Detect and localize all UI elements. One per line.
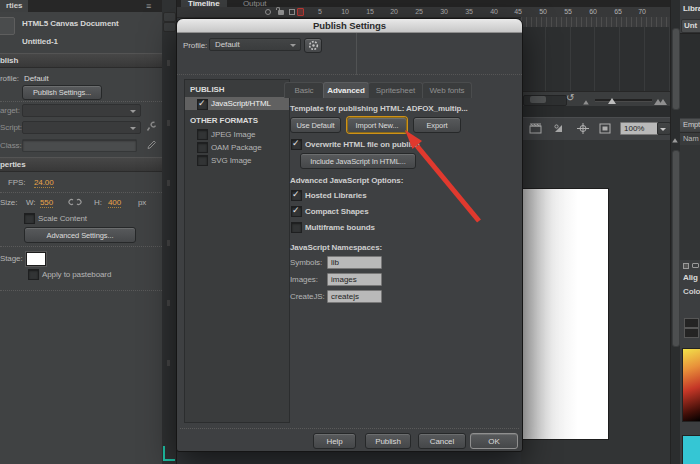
timeline-zoom-slider[interactable]	[595, 99, 652, 102]
dialog-publish-button[interactable]: Publish	[365, 433, 411, 449]
export-button[interactable]: Export	[413, 117, 461, 133]
frame-number: 10	[337, 8, 353, 15]
target-dropdown[interactable]	[22, 104, 141, 117]
panel-menu-icon[interactable]: ≡	[146, 1, 151, 11]
jpeg-image-checkbox[interactable]	[197, 129, 208, 140]
outline-layers-icon[interactable]	[289, 9, 295, 15]
library-document-dropdown[interactable]: Unt	[681, 19, 700, 33]
frame-number: 15	[362, 8, 378, 15]
hosted-libraries-checkbox[interactable]	[291, 190, 302, 201]
center-stage-icon[interactable]	[577, 123, 589, 134]
cancel-button[interactable]: Cancel	[418, 433, 466, 449]
tab-basic[interactable]: Basic	[284, 82, 324, 98]
clip-content-icon[interactable]	[599, 123, 611, 134]
javascript-html-checkbox[interactable]	[197, 99, 208, 110]
stage-zoom-input[interactable]	[620, 122, 658, 135]
tool-icon[interactable]	[167, 120, 170, 126]
import-new-button[interactable]: Import New...	[347, 117, 407, 133]
format-row-selected[interactable]: JavaScript/HTML	[185, 97, 289, 110]
tab-library[interactable]: Libra	[683, 4, 700, 13]
tool-icon[interactable]	[167, 60, 170, 66]
advanced-settings-button[interactable]: Advanced Settings...	[24, 227, 136, 243]
frame-view-icon[interactable]	[583, 98, 589, 105]
new-symbol-icon[interactable]	[683, 263, 689, 269]
timeline-hscrollbar-thumb[interactable]	[530, 96, 546, 103]
teal-corner-tool-icon[interactable]	[163, 446, 175, 461]
scroll-up-icon[interactable]	[672, 136, 678, 143]
tab-webfonts[interactable]: Web fonts	[422, 82, 472, 98]
help-button[interactable]: Help	[313, 433, 356, 449]
stage-canvas[interactable]	[521, 188, 609, 440]
rotate-tool-icon[interactable]	[553, 123, 565, 134]
library-name-column-header[interactable]: Nam	[680, 132, 700, 146]
tool-icon[interactable]	[167, 240, 170, 246]
reset-playhead-icon[interactable]: ↺	[566, 92, 574, 103]
overwrite-html-checkbox[interactable]	[291, 139, 302, 150]
lock-layers-icon[interactable]	[278, 10, 284, 15]
publish-settings-button-label: Publish Settings...	[33, 88, 91, 97]
color-spectrum-swatch[interactable]	[682, 348, 700, 422]
dialog-titlebar[interactable]: Publish Settings	[177, 19, 522, 33]
properties-section-header[interactable]: perties	[0, 157, 162, 172]
tab-advanced[interactable]: Advanced	[323, 82, 369, 98]
class-input[interactable]	[22, 139, 137, 152]
tool-icon[interactable]	[167, 360, 170, 366]
import-new-button-label: Import New...	[356, 121, 399, 130]
height-value[interactable]: 400	[108, 198, 121, 208]
compact-shapes-checkbox[interactable]	[291, 206, 302, 217]
fill-color-chip[interactable]	[684, 318, 699, 328]
tab-properties[interactable]: rties	[0, 0, 28, 12]
scrollbar-thumb[interactable]	[672, 150, 680, 347]
scale-content-checkbox[interactable]	[24, 213, 35, 224]
multiframe-bounds-checkbox[interactable]	[291, 222, 302, 233]
playhead-marker[interactable]	[297, 8, 304, 16]
format-row[interactable]: SVG Image	[185, 154, 289, 167]
new-folder-icon[interactable]	[692, 263, 699, 268]
wrench-icon[interactable]	[146, 121, 157, 132]
tool-icon[interactable]	[167, 300, 170, 306]
timeline-zoom-slider-thumb[interactable]	[608, 94, 616, 104]
library-list[interactable]	[680, 145, 700, 260]
publish-settings-button[interactable]: Publish Settings...	[22, 85, 102, 100]
createjs-input[interactable]	[327, 290, 382, 303]
width-value[interactable]: 550	[40, 198, 53, 208]
oam-package-checkbox[interactable]	[197, 142, 208, 153]
stage-color-swatch[interactable]	[26, 252, 46, 266]
svg-image-checkbox[interactable]	[197, 155, 208, 166]
scrollbar-thumb[interactable]	[672, 28, 680, 110]
tool-button[interactable]	[163, 22, 176, 32]
images-input[interactable]	[327, 273, 382, 286]
ok-button[interactable]: OK	[470, 433, 518, 449]
fps-value[interactable]: 24.00	[34, 178, 54, 188]
apply-pasteboard-checkbox[interactable]	[28, 269, 39, 280]
publish-section-header[interactable]: blish	[0, 53, 162, 68]
include-javascript-button[interactable]: Include JavaScript In HTML...	[300, 153, 416, 169]
tool-icon[interactable]	[167, 180, 170, 186]
include-javascript-button-label: Include JavaScript In HTML...	[310, 157, 405, 166]
tool-button[interactable]	[163, 12, 176, 22]
cyan-color-swatch[interactable]	[682, 435, 700, 464]
dialog-profile-dropdown[interactable]: Default	[209, 38, 301, 51]
zoom-in-frames-icon[interactable]	[659, 95, 667, 105]
format-row[interactable]: JPEG Image	[185, 128, 289, 141]
tab-color[interactable]: Colo	[683, 287, 700, 296]
tab-advanced-label: Advanced	[327, 86, 364, 95]
profile-options-gear-button[interactable]	[304, 38, 322, 53]
panel-gap	[521, 106, 672, 117]
size-label: Size:	[0, 198, 17, 207]
use-default-button[interactable]: Use Default	[290, 117, 341, 133]
stroke-color-chip[interactable]	[684, 328, 699, 338]
stage-zoom-dropdown-button[interactable]	[657, 122, 671, 135]
show-hide-layers-icon[interactable]	[265, 9, 271, 15]
frame-number: 25	[411, 8, 427, 15]
timeline-frames-area[interactable]	[521, 27, 672, 91]
symbols-input[interactable]	[327, 256, 382, 269]
clapperboard-icon[interactable]	[529, 123, 542, 134]
document-name[interactable]: Untitled-1	[22, 37, 58, 46]
tab-align[interactable]: Alig	[683, 273, 698, 282]
link-dimensions-icon[interactable]	[68, 197, 82, 207]
pencil-icon[interactable]	[146, 139, 157, 150]
format-row[interactable]: OAM Package	[185, 141, 289, 154]
script-dropdown[interactable]	[22, 121, 141, 134]
tab-spritesheet[interactable]: Spritesheet	[368, 82, 423, 98]
